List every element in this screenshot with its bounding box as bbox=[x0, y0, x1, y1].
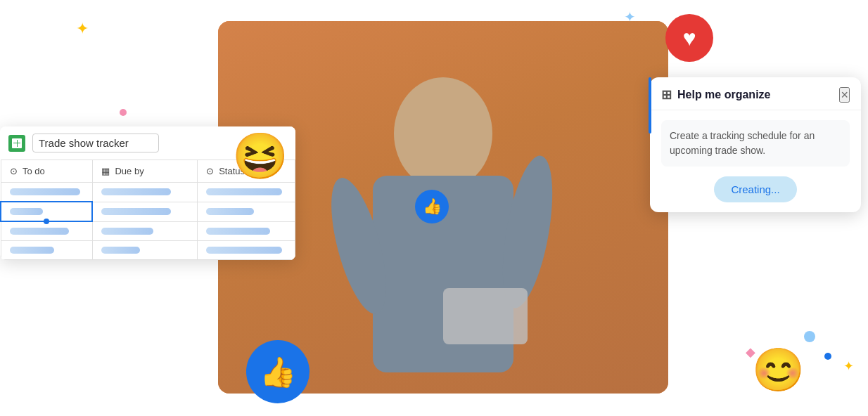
table-row[interactable] bbox=[1, 183, 295, 202]
cell-todo-3 bbox=[1, 221, 92, 241]
smile-emoji: 😊 bbox=[752, 345, 805, 395]
help-panel-close-button[interactable]: × bbox=[839, 87, 850, 103]
sheets-cell-2 bbox=[18, 140, 21, 143]
heart-badge: ♥ bbox=[665, 14, 713, 62]
help-me-organize-panel: ⊞ Help me organize × Create a tracking s… bbox=[650, 77, 861, 212]
sparkle-yellow-topleft-icon: ✦ bbox=[76, 20, 89, 38]
cell-todo-2 bbox=[1, 202, 92, 221]
table-row-selected[interactable] bbox=[1, 202, 295, 221]
heart-icon: ♥ bbox=[683, 25, 696, 51]
main-scene: ✦ ✦ ✦ ◆ ✦ ♥ 😆 👍 bbox=[0, 0, 868, 416]
cell-status-4 bbox=[197, 241, 295, 260]
cell-todo-4 bbox=[1, 241, 92, 260]
cell-status-1 bbox=[197, 183, 295, 202]
todo-check-icon: ⊙ bbox=[10, 166, 18, 176]
sparkle-blue-topright-icon: ✦ bbox=[624, 8, 636, 25]
help-panel-title-text: Help me organize bbox=[677, 89, 770, 101]
help-panel-title: ⊞ Help me organize bbox=[661, 87, 770, 103]
table-row[interactable] bbox=[1, 241, 295, 260]
laugh-emoji: 😆 bbox=[232, 130, 288, 183]
dot-blue-bottomright-icon bbox=[804, 331, 815, 342]
col-dueby: ▦ Due by bbox=[92, 160, 197, 183]
cell-status-2 bbox=[197, 202, 295, 221]
thumbsup-big-badge: 👍 bbox=[246, 340, 309, 403]
thumbsup-small-icon: 👍 bbox=[423, 197, 442, 216]
help-panel-body: Create a tracking schedule for an upcomi… bbox=[650, 110, 861, 212]
status-clock-icon: ⊙ bbox=[206, 166, 214, 176]
blue-accent-line bbox=[649, 77, 651, 134]
sheets-cell-3 bbox=[13, 143, 17, 147]
sparkle-yellow-bottomright-icon: ✦ bbox=[843, 358, 854, 374]
svg-point-0 bbox=[394, 77, 492, 190]
creating-button[interactable]: Creating... bbox=[714, 176, 796, 202]
organize-icon: ⊞ bbox=[661, 87, 672, 103]
thumbsup-big-icon: 👍 bbox=[260, 355, 296, 389]
sheets-icon bbox=[8, 135, 25, 152]
sheets-icon-inner bbox=[12, 138, 22, 148]
sheets-cell-1 bbox=[13, 140, 17, 143]
thumbsup-small-badge: 👍 bbox=[415, 190, 449, 223]
help-panel-header: ⊞ Help me organize × bbox=[650, 77, 861, 110]
sheets-cell-4 bbox=[18, 143, 21, 147]
cell-status-3 bbox=[197, 221, 295, 241]
cell-due-2 bbox=[92, 202, 197, 221]
cell-due-4 bbox=[92, 241, 197, 260]
dueby-cal-icon: ▦ bbox=[101, 166, 110, 176]
dot-blue2-bottomright-icon bbox=[824, 353, 831, 360]
spreadsheet-title-input[interactable] bbox=[32, 134, 159, 152]
cell-due-3 bbox=[92, 221, 197, 241]
help-description-text: Create a tracking schedule for an upcomi… bbox=[661, 120, 850, 167]
col-todo: ⊙ To do bbox=[1, 160, 92, 183]
svg-rect-4 bbox=[443, 288, 528, 344]
cell-todo-1 bbox=[1, 183, 92, 202]
table-row[interactable] bbox=[1, 221, 295, 241]
dot-pink-icon bbox=[120, 109, 127, 116]
cell-due-1 bbox=[92, 183, 197, 202]
